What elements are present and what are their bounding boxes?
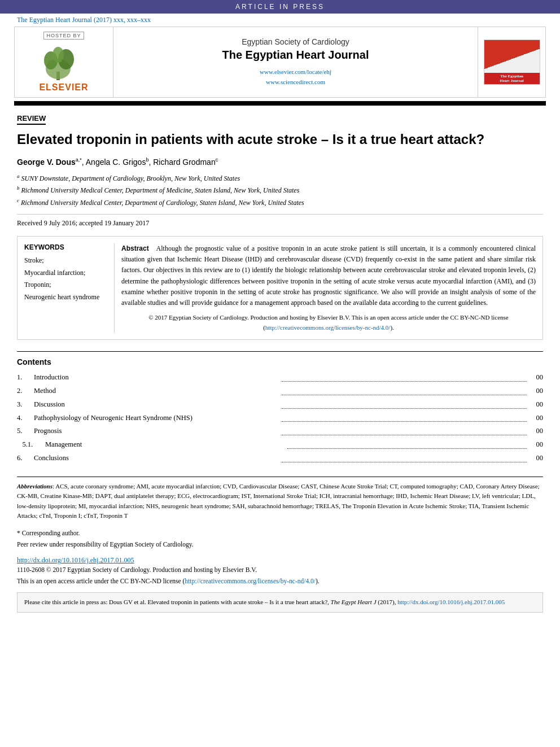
journal-cover: The EgyptianHeart Journal xyxy=(478,27,545,97)
contents-title: Contents xyxy=(17,357,543,366)
toc-item-3: 3. Discussion 00 xyxy=(17,398,543,412)
abstract-column: Abstract Although the prognostic value o… xyxy=(121,243,536,333)
bottom-line-2-end: ). xyxy=(316,578,320,584)
author-sep-1: , Angela C. Grigos xyxy=(82,158,146,167)
toc-num-6: 6. xyxy=(17,452,34,465)
abstract-label: Abstract xyxy=(121,244,149,252)
toc-dots-5 xyxy=(282,425,527,435)
keywords-column: KEYWORDS Stroke; Myocardial infarction; … xyxy=(24,243,115,333)
cover-image: The EgyptianHeart Journal xyxy=(484,40,540,85)
bottom-info: 1110-2608 © 2017 Egyptian Society of Car… xyxy=(17,565,543,587)
peer-review-note: Peer review under responsibility of Egyp… xyxy=(17,539,543,551)
toc-dots-3 xyxy=(282,398,527,409)
hosted-by-label: HOSTED BY xyxy=(43,32,84,40)
author-1: George V. Dous xyxy=(17,158,76,167)
toc-item-5-1: 5.1. Management 00 xyxy=(17,438,543,452)
elsevier-tree-icon xyxy=(41,43,86,82)
black-divider-bar xyxy=(14,101,546,106)
toc-num-4: 4. xyxy=(17,412,34,425)
copyright-line: © 2017 Egyptian Society of Cardiology. P… xyxy=(121,313,536,333)
toc-dots-5-1 xyxy=(287,438,527,449)
journal-reference: The Egyptian Heart Journal (2017) xxx, x… xyxy=(0,14,560,27)
affiliations: a SUNY Downstate, Department of Cardiolo… xyxy=(17,172,543,208)
keyword-2: Myocardial infarction; xyxy=(24,267,107,279)
keyword-1: Stroke; xyxy=(24,255,107,267)
toc-page-5: 00 xyxy=(529,425,543,438)
toc-page-6: 00 xyxy=(529,452,543,465)
toc-page-4: 00 xyxy=(529,412,543,425)
toc-dots-2 xyxy=(282,385,527,395)
affiliation-a: a SUNY Downstate, Department of Cardiolo… xyxy=(17,172,543,184)
main-content: REVIEW Elevated troponin in patients wit… xyxy=(0,106,560,621)
bottom-line-2: This is an open access article under the… xyxy=(17,576,543,587)
toc-item-6: 6. Conclusions 00 xyxy=(17,452,543,465)
toc-label-2: Method xyxy=(34,385,279,398)
toc-page-2: 00 xyxy=(529,385,543,398)
toc-dots-6 xyxy=(282,452,527,462)
toc-item-1: 1. Introduction 00 xyxy=(17,371,543,385)
corresponding-author-note: * Corresponding author. xyxy=(17,528,543,539)
toc-page-1: 00 xyxy=(529,371,543,385)
cover-title: The EgyptianHeart Journal xyxy=(484,73,540,84)
received-line: Received 9 July 2016; accepted 19 Januar… xyxy=(17,214,543,228)
abstract-text: Although the prognostic value of a posit… xyxy=(121,244,536,307)
elsevier-logo: ELSEVIER xyxy=(39,43,88,93)
citation-box: Please cite this article in press as: Do… xyxy=(17,592,543,613)
abbreviations-section: Abbreviations: ACS, acute coronary syndr… xyxy=(17,477,543,521)
toc-page-3: 00 xyxy=(529,398,543,412)
journal-links: www.elsevier.com/locate/ehj www.scienced… xyxy=(260,67,331,87)
author-sep-2: , Richard Grodman xyxy=(148,158,215,167)
cite-doi-link[interactable]: http://dx.doi.org/10.1016/j.ehj.2017.01.… xyxy=(397,599,505,605)
journal-link-elsevier[interactable]: www.elsevier.com/locate/ehj xyxy=(260,67,331,77)
toc-label-3: Discussion xyxy=(34,398,279,412)
section-label: REVIEW xyxy=(17,114,46,125)
keyword-4: Neurogenic heart syndrome xyxy=(24,291,107,304)
bottom-line-2-text: This is an open access article under the… xyxy=(17,578,185,584)
doi-anchor[interactable]: http://dx.doi.org/10.1016/j.ehj.2017.01.… xyxy=(17,556,134,564)
journal-header: HOSTED BY ELSEVIER Egyptian Society of C… xyxy=(14,27,546,98)
toc-label-4: Pathophysiology of Neurogenic Heart Synd… xyxy=(34,412,279,425)
toc-label-1: Introduction xyxy=(34,371,279,385)
toc-num-5: 5. xyxy=(17,425,34,438)
elsevier-wordmark: ELSEVIER xyxy=(39,82,88,93)
author-3-sup: c xyxy=(216,157,218,163)
toc-label-5-1: Management xyxy=(45,438,285,452)
article-in-press-banner: ARTICLE IN PRESS xyxy=(0,0,560,14)
abbrev-text: ACS, acute coronary syndrome; AMI, acute… xyxy=(17,483,540,519)
cite-rest: (2017), xyxy=(377,599,398,605)
toc-num-3: 3. xyxy=(17,398,34,412)
toc-num-1: 1. xyxy=(17,371,34,385)
journal-title: The Egyptian Heart Journal xyxy=(222,49,369,62)
svg-point-4 xyxy=(53,47,64,63)
cc-link[interactable]: http://creativecommons.org/licenses/by-n… xyxy=(265,324,391,331)
contents-section: Contents 1. Introduction 00 2. Method 00… xyxy=(17,357,543,465)
journal-info-center: Egyptian Society of Cardiology The Egypt… xyxy=(113,27,478,97)
keywords-title: KEYWORDS xyxy=(24,243,107,251)
toc-num-5-1: 5.1. xyxy=(17,438,45,452)
abstract-section: KEYWORDS Stroke; Myocardial infarction; … xyxy=(17,236,543,340)
toc-page-5-1: 00 xyxy=(529,438,543,452)
toc-item-2: 2. Method 00 xyxy=(17,385,543,398)
toc-num-2: 2. xyxy=(17,385,34,398)
toc-label-5: Prognosis xyxy=(34,425,279,438)
bottom-cc-link[interactable]: http://creativecommons.org/licenses/by-n… xyxy=(185,578,316,584)
cite-journal: The Egypt Heart J xyxy=(331,599,377,605)
journal-society: Egyptian Society of Cardiology xyxy=(242,37,349,46)
toc-dots-1 xyxy=(282,371,527,382)
affiliation-c: c Richmond University Medical Center, De… xyxy=(17,196,543,208)
abbrev-title: Abbreviations xyxy=(17,483,53,490)
toc-item-4: 4. Pathophysiology of Neurogenic Heart S… xyxy=(17,412,543,425)
affiliation-b: b Richmond University Medical Center, De… xyxy=(17,184,543,196)
author-1-sup: a,* xyxy=(76,157,82,163)
keywords-list: Stroke; Myocardial infarction; Troponin;… xyxy=(24,255,107,303)
elsevier-branding: HOSTED BY ELSEVIER xyxy=(15,27,113,97)
authors-line: George V. Dousa,*, Angela C. Grigosb, Ri… xyxy=(17,157,543,167)
toc-dots-4 xyxy=(282,412,527,422)
doi-link[interactable]: http://dx.doi.org/10.1016/j.ehj.2017.01.… xyxy=(17,556,543,565)
journal-link-sciencedirect[interactable]: www.sciencedirect.com xyxy=(260,77,331,88)
copyright-end: ). xyxy=(390,324,393,331)
cite-label: Please cite this article in press as: Do… xyxy=(24,599,331,605)
keyword-3: Troponin; xyxy=(24,279,107,291)
toc-label-6: Conclusions xyxy=(34,452,279,465)
article-title: Elevated troponin in patients with acute… xyxy=(17,130,543,148)
